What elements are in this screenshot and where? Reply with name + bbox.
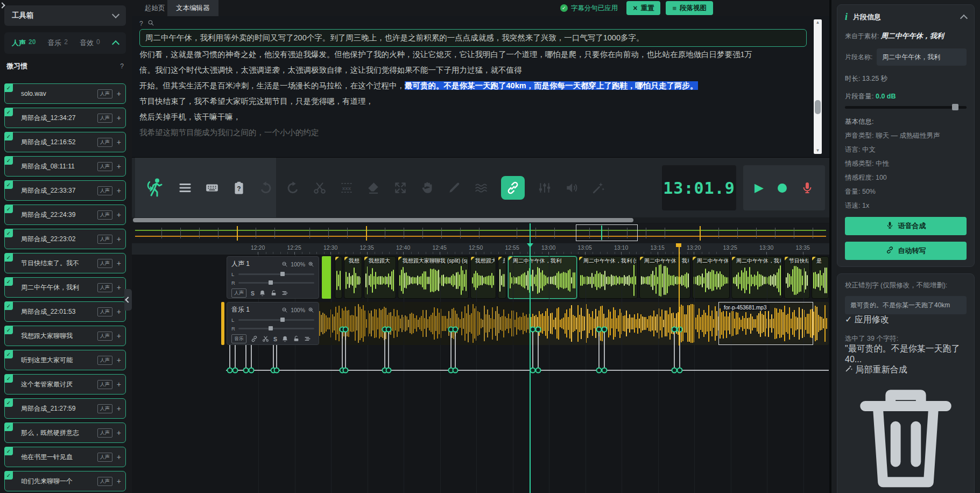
paragraph[interactable]: 倍。我们这个时代太强调快，太强调逆袭，太强调极致自律，这让我们觉得如果不能一下子… <box>139 62 807 78</box>
add-icon[interactable]: + <box>117 89 121 98</box>
help-icon[interactable]: ? <box>232 181 246 195</box>
sidebar-item[interactable]: ✓局部合成_22:23:02人声+ <box>4 229 126 249</box>
add-icon[interactable]: + <box>117 332 121 340</box>
editor-scrollbar[interactable]: ▲ ▼ <box>814 19 822 154</box>
scissors-icon[interactable] <box>262 335 269 342</box>
timeline-hscrollbar[interactable] <box>132 217 829 223</box>
chevron-up-icon[interactable] <box>112 40 119 48</box>
zoom-out-icon[interactable] <box>281 261 288 267</box>
magic-wand-icon[interactable] <box>591 181 605 195</box>
scroll-up-icon[interactable]: ▲ <box>814 19 822 26</box>
add-icon[interactable]: + <box>117 307 121 316</box>
zoom-in-icon[interactable] <box>308 261 314 267</box>
sidebar-item[interactable]: ✓局部合成_08:11:11人声+ <box>4 156 126 177</box>
checkbox-checked-icon[interactable]: ✓ <box>4 229 13 237</box>
track-header[interactable]: 音乐 1100%LR音乐S <box>227 302 319 345</box>
clip-name-input[interactable] <box>877 48 967 66</box>
eraser-icon[interactable] <box>366 181 380 195</box>
add-icon[interactable]: + <box>117 380 121 389</box>
sidebar-item[interactable]: ✓节目快结束了。我不人声+ <box>4 253 126 273</box>
checkbox-checked-icon[interactable]: ✓ <box>4 350 13 358</box>
automation-point[interactable] <box>249 368 254 373</box>
meter-track[interactable] <box>238 282 314 284</box>
music-clip-start-bar[interactable] <box>221 302 224 345</box>
checkbox-checked-icon[interactable]: ✓ <box>4 180 13 189</box>
automation-point[interactable] <box>597 368 602 373</box>
sidebar-item[interactable]: ✓局部合成_22:01:53人声+ <box>4 301 126 322</box>
scrollbar-thumb[interactable] <box>815 100 821 114</box>
paragraph-view-button[interactable]: ≡ 段落视图 <box>666 1 713 15</box>
playhead-handle[interactable] <box>527 243 533 248</box>
vocal-clip-start-bar[interactable] <box>322 256 332 299</box>
checkbox-checked-icon[interactable]: ✓ <box>4 326 13 334</box>
meter-thumb[interactable] <box>269 326 273 330</box>
audio-clip[interactable]: 我想跟大家聊聊我 (split) (spl <box>398 256 469 299</box>
add-icon[interactable]: + <box>117 114 121 122</box>
automation-point[interactable] <box>228 368 232 373</box>
sidebar-tab-0[interactable]: 人声20 <box>12 38 36 48</box>
audio-clip[interactable]: 周二中午午休，我利 (split) <box>639 256 690 299</box>
audio-clip[interactable]: 周二中午午休，我利 (split) (spl <box>731 256 782 299</box>
transcribe-button[interactable]: 自动转写 <box>845 242 967 260</box>
meter-thumb[interactable] <box>269 280 273 285</box>
meter-track[interactable] <box>238 328 314 329</box>
meter-track[interactable] <box>238 273 314 275</box>
menu-icon[interactable] <box>178 181 192 195</box>
hscrollbar-thumb[interactable] <box>133 218 633 222</box>
sidebar-item[interactable]: ✓那么，既然硬拼意志人声+ <box>4 422 126 443</box>
sidebar-tab-1[interactable]: 音乐2 <box>47 38 68 48</box>
checkbox-checked-icon[interactable]: ✓ <box>4 108 13 116</box>
checkbox-checked-icon[interactable]: ✓ <box>4 132 13 140</box>
playhead-line[interactable] <box>530 223 531 493</box>
sidebar-tab-2[interactable]: 音效0 <box>80 38 100 48</box>
sidebar-item[interactable]: ✓听到这里大家可能人声+ <box>4 350 126 370</box>
sidebar-item[interactable]: ✓局部合成_12:16:52人声+ <box>4 132 126 152</box>
audio-clip[interactable]: 我想跟大 <box>364 256 396 299</box>
automation-point[interactable] <box>386 368 391 373</box>
sidebar-item[interactable]: ✓他在书里一针见血人声+ <box>4 447 126 467</box>
layers-icon[interactable] <box>304 335 311 342</box>
track-header[interactable]: 人声 1100%LR人声S <box>227 256 319 299</box>
sidebar-collapse-handle[interactable] <box>124 289 132 311</box>
automation-point[interactable] <box>244 368 249 373</box>
checkbox-checked-icon[interactable]: ✓ <box>4 253 13 262</box>
automation-point[interactable] <box>383 368 387 373</box>
automation-point[interactable] <box>449 368 454 373</box>
bell-icon[interactable] <box>259 290 266 297</box>
equalizer-icon[interactable] <box>538 181 552 195</box>
add-icon[interactable]: + <box>117 210 121 219</box>
add-icon[interactable]: + <box>117 404 121 413</box>
solo-icon[interactable]: S <box>273 336 277 342</box>
automation-point[interactable] <box>343 368 348 373</box>
checkbox-checked-icon[interactable]: ✓ <box>4 374 13 383</box>
undo-icon[interactable] <box>259 181 273 195</box>
automation-point[interactable] <box>672 368 677 373</box>
zoom-out-icon[interactable] <box>281 307 288 313</box>
minimap-viewport[interactable] <box>576 224 638 241</box>
add-icon[interactable]: + <box>117 356 121 364</box>
audio-clip[interactable]: 是 <box>498 256 506 299</box>
audio-clip[interactable]: 周二中午午休，我利 (split) <box>579 256 638 299</box>
solo-icon[interactable]: S <box>251 290 255 297</box>
waves-icon[interactable] <box>474 181 488 195</box>
automation-point[interactable] <box>678 368 682 373</box>
audio-clip[interactable]: 是 <box>812 256 829 299</box>
automation-point[interactable] <box>531 368 535 373</box>
audio-clip[interactable]: 节目快结 <box>784 256 810 299</box>
play-button[interactable]: ▶ <box>755 181 764 195</box>
timeline-ruler[interactable]: 12:2012:2512:3012:3512:4012:4512:5012:55… <box>132 243 829 255</box>
help-icon[interactable]: ? <box>120 62 124 70</box>
audio-clip[interactable] <box>335 256 342 299</box>
automation-point[interactable] <box>233 368 238 373</box>
sidebar-item[interactable]: ✓solo.wav人声+ <box>4 83 126 104</box>
tab-text-editor[interactable]: 文本编辑器 <box>167 0 218 16</box>
add-icon[interactable]: + <box>117 235 121 243</box>
timeline-minimap[interactable] <box>132 223 829 244</box>
link-icon[interactable] <box>501 176 525 200</box>
resynthesize-button[interactable]: 局部重新合成 <box>845 364 967 376</box>
checkbox-checked-icon[interactable]: ✓ <box>4 422 13 431</box>
link-icon[interactable] <box>251 335 258 342</box>
add-icon[interactable]: + <box>117 138 121 146</box>
search-icon[interactable] <box>147 19 154 29</box>
automation-point[interactable] <box>340 368 345 373</box>
